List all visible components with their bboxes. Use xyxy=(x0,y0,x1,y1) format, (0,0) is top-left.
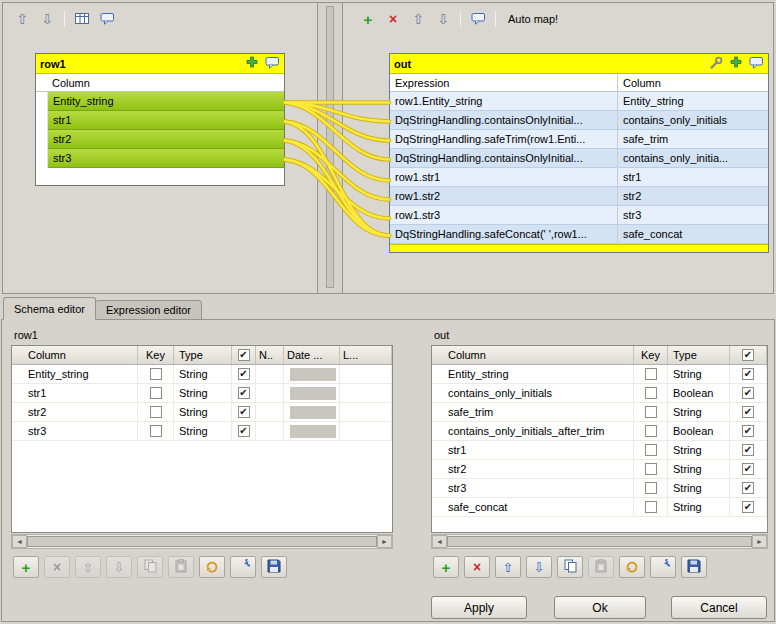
splitter[interactable] xyxy=(317,3,343,293)
schema-row[interactable]: str2 String xyxy=(432,460,767,479)
key-checkbox[interactable] xyxy=(645,387,657,399)
paste-button[interactable] xyxy=(168,556,194,578)
input-column-name[interactable]: str1 xyxy=(48,111,284,130)
input-row[interactable]: str2 xyxy=(36,130,284,149)
type-cell[interactable]: String xyxy=(668,365,730,383)
type-cell[interactable]: String xyxy=(174,422,232,440)
import-schema-button[interactable] xyxy=(619,556,645,578)
expression-cell[interactable]: row1.Entity_string xyxy=(390,92,618,110)
input-column-name[interactable]: Entity_string xyxy=(48,92,284,111)
dialog-icon[interactable] xyxy=(265,56,280,71)
schema-row[interactable]: Entity_string String xyxy=(432,365,767,384)
column-cell[interactable]: str1 xyxy=(618,168,768,186)
paste-button[interactable] xyxy=(588,556,614,578)
output-row[interactable]: DqStringHandling.safeConcat(' ',row1...s… xyxy=(390,225,768,244)
key-checkbox[interactable] xyxy=(645,425,657,437)
output-row[interactable]: DqStringHandling.containsOnlyInitial...c… xyxy=(390,149,768,168)
apply-button[interactable]: Apply xyxy=(431,596,527,619)
column-name-cell[interactable]: str1 xyxy=(432,441,634,459)
tab-expression-editor[interactable]: Expression editor xyxy=(95,300,202,320)
scrollbar-thumb[interactable] xyxy=(447,536,752,547)
remove-row-button[interactable]: × xyxy=(44,556,70,578)
key-checkbox[interactable] xyxy=(645,463,657,475)
output-row[interactable]: DqStringHandling.safeTrim(row1.Enti...sa… xyxy=(390,130,768,149)
schema-row[interactable]: contains_only_initials Boolean xyxy=(432,384,767,403)
nullable-checkbox[interactable] xyxy=(238,387,250,399)
column-name-cell[interactable]: contains_only_initials_after_trim xyxy=(432,422,634,440)
key-checkbox[interactable] xyxy=(645,444,657,456)
expression-cell[interactable]: DqStringHandling.safeConcat(' ',row1... xyxy=(390,225,618,243)
key-checkbox[interactable] xyxy=(645,501,657,513)
column-name-cell[interactable]: str3 xyxy=(432,479,634,497)
type-cell[interactable]: String xyxy=(174,403,232,421)
scroll-left-icon[interactable]: ◄ xyxy=(432,535,447,548)
schema-row[interactable]: str3 String xyxy=(12,422,392,441)
tab-schema-editor[interactable]: Schema editor xyxy=(3,297,96,320)
column-cell[interactable]: str3 xyxy=(618,206,768,224)
schema-row[interactable]: Entity_string String xyxy=(12,365,392,384)
output-row[interactable]: row1.str3str3 xyxy=(390,206,768,225)
schema-row[interactable]: contains_only_initials_after_trim Boolea… xyxy=(432,422,767,441)
column-cell[interactable]: Entity_string xyxy=(618,92,768,110)
column-cell[interactable]: contains_only_initia... xyxy=(618,149,768,167)
column-cell[interactable]: safe_trim xyxy=(618,130,768,148)
add-column-icon[interactable] xyxy=(729,56,743,71)
copy-button[interactable] xyxy=(137,556,163,578)
nullable-checkbox[interactable] xyxy=(742,406,754,418)
column-name-cell[interactable]: Entity_string xyxy=(432,365,634,383)
nullable-checkbox[interactable] xyxy=(742,463,754,475)
wrench-icon[interactable] xyxy=(709,56,723,72)
input-row[interactable]: str1 xyxy=(36,111,284,130)
move-down-button[interactable]: ⇩ xyxy=(526,556,552,578)
save-schema-button[interactable] xyxy=(261,556,287,578)
auto-map-button[interactable]: Auto map! xyxy=(502,11,564,27)
preview-button[interactable] xyxy=(467,9,489,29)
nullable-checkbox[interactable] xyxy=(742,444,754,456)
preview-button[interactable] xyxy=(96,9,118,29)
expression-cell[interactable]: row1.str2 xyxy=(390,187,618,205)
type-cell[interactable]: Boolean xyxy=(668,384,730,402)
column-name-cell[interactable]: contains_only_initials xyxy=(432,384,634,402)
type-cell[interactable]: String xyxy=(668,498,730,516)
key-checkbox[interactable] xyxy=(150,425,162,437)
input-row[interactable]: Entity_string xyxy=(36,92,284,111)
column-cell[interactable]: str2 xyxy=(618,187,768,205)
output-row[interactable]: DqStringHandling.containsOnlyInitial...c… xyxy=(390,111,768,130)
ok-button[interactable]: Ok xyxy=(554,596,646,619)
remove-row-button[interactable]: × xyxy=(464,556,490,578)
type-cell[interactable]: Boolean xyxy=(668,422,730,440)
nullable-checkbox[interactable] xyxy=(742,501,754,513)
move-up-button[interactable]: ⇧ xyxy=(11,9,33,29)
column-name-cell[interactable]: safe_concat xyxy=(432,498,634,516)
input-column-name[interactable]: str3 xyxy=(48,149,284,168)
horizontal-scrollbar[interactable]: ◄ ► xyxy=(431,534,768,549)
column-name-cell[interactable]: str1 xyxy=(12,384,138,402)
column-name-cell[interactable]: str2 xyxy=(432,460,634,478)
move-down-button[interactable]: ⇩ xyxy=(432,9,454,29)
type-cell[interactable]: String xyxy=(174,365,232,383)
key-checkbox[interactable] xyxy=(150,368,162,380)
output-row[interactable]: row1.str1str1 xyxy=(390,168,768,187)
scroll-right-icon[interactable]: ► xyxy=(752,535,767,548)
move-up-button[interactable]: ⇧ xyxy=(407,9,429,29)
expression-cell[interactable]: row1.str1 xyxy=(390,168,618,186)
scroll-left-icon[interactable]: ◄ xyxy=(12,535,27,548)
input-row[interactable]: str3 xyxy=(36,149,284,168)
scroll-right-icon[interactable]: ► xyxy=(377,535,392,548)
column-cell[interactable]: safe_concat xyxy=(618,225,768,243)
export-schema-button[interactable] xyxy=(230,556,256,578)
key-checkbox[interactable] xyxy=(645,368,657,380)
export-schema-button[interactable] xyxy=(650,556,676,578)
input-column-name[interactable]: str2 xyxy=(48,130,284,149)
nullable-checkbox[interactable] xyxy=(238,368,250,380)
schema-row[interactable]: str1 String xyxy=(432,441,767,460)
add-output-button[interactable]: + xyxy=(357,9,379,29)
schema-row[interactable]: str3 String xyxy=(432,479,767,498)
type-cell[interactable]: String xyxy=(668,479,730,497)
column-name-cell[interactable]: str3 xyxy=(12,422,138,440)
output-row[interactable]: row1.str2str2 xyxy=(390,187,768,206)
schema-row[interactable]: safe_trim String xyxy=(432,403,767,422)
column-name-cell[interactable]: safe_trim xyxy=(432,403,634,421)
move-down-button[interactable]: ⇩ xyxy=(106,556,132,578)
type-cell[interactable]: String xyxy=(174,384,232,402)
